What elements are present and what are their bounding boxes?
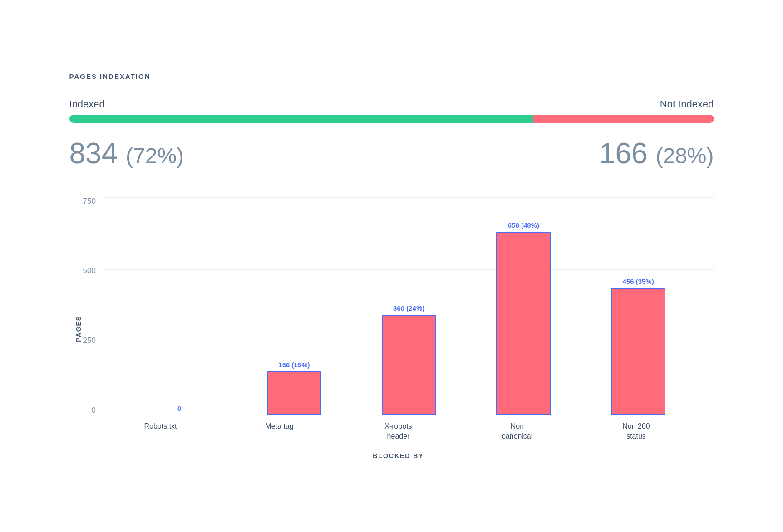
bar-labels-row: Indexed Not Indexed	[69, 98, 714, 110]
x-label-1: Meta tag	[252, 421, 307, 442]
y-axis-label: PAGES	[69, 197, 83, 460]
y-tick-750: 750	[83, 197, 96, 205]
section-title: PAGES INDEXATION	[69, 73, 714, 80]
y-ticks: 750 500 250 0	[83, 197, 104, 415]
not-indexed-number: 166	[599, 137, 648, 170]
x-axis-labels: Robots.txtMeta tagX-robotsheaderNoncanon…	[83, 421, 714, 442]
bar-group-1: 156 (15%)	[267, 361, 321, 415]
bar-1	[267, 371, 321, 415]
indexed-number: 834	[69, 137, 118, 170]
bar-label-4: 456 (35%)	[623, 278, 654, 285]
bar-group-3: 658 (48%)	[496, 221, 551, 415]
x-label-3: Noncanonical	[490, 421, 545, 442]
progress-green-segment	[69, 115, 533, 123]
bar-label-3: 658 (48%)	[508, 221, 539, 229]
bar-2	[382, 315, 436, 415]
bars-row: 0156 (15%)360 (24%)658 (48%)456 (35%)	[104, 197, 714, 415]
bar-3	[496, 232, 551, 415]
indexed-percentage: (72%)	[126, 144, 184, 168]
x-label-2: X-robotsheader	[371, 421, 426, 442]
bar-group-4: 456 (35%)	[611, 278, 665, 415]
bar-label-0: 0	[177, 405, 181, 412]
bar-group-2: 360 (24%)	[382, 304, 436, 415]
bars-and-grid: 0156 (15%)360 (24%)658 (48%)456 (35%)	[104, 197, 714, 415]
y-tick-0: 0	[91, 406, 95, 414]
indexed-label: Indexed	[69, 98, 105, 110]
bar-4	[611, 288, 665, 415]
pages-indexation-card: PAGES INDEXATION Indexed Not Indexed 834…	[33, 45, 750, 487]
x-label-4: Non 200status	[609, 421, 664, 442]
x-axis-title: BLOCKED BY	[83, 452, 714, 459]
indexed-count: 834 (72%)	[69, 137, 184, 170]
not-indexed-count: 166 (28%)	[599, 137, 714, 170]
progress-red-segment	[533, 115, 714, 123]
chart-inner: 750 500 250 0 0156 (15%)360 (24%)658 (48…	[83, 197, 714, 460]
chart-area: PAGES 750 500 250 0 0156 (	[69, 197, 714, 460]
not-indexed-label: Not Indexed	[660, 98, 714, 110]
bar-label-1: 156 (15%)	[278, 361, 310, 369]
bar-group-0: 0	[152, 405, 207, 415]
y-tick-250: 250	[83, 337, 96, 344]
counts-row: 834 (72%) 166 (28%)	[69, 137, 714, 170]
x-label-0: Robots.txt	[133, 421, 188, 442]
chart-body: 750 500 250 0 0156 (15%)360 (24%)658 (48…	[83, 197, 714, 415]
bar-label-2: 360 (24%)	[393, 304, 424, 312]
not-indexed-percentage: (28%)	[655, 144, 714, 168]
progress-bar	[69, 115, 714, 123]
y-tick-500: 500	[83, 267, 96, 274]
